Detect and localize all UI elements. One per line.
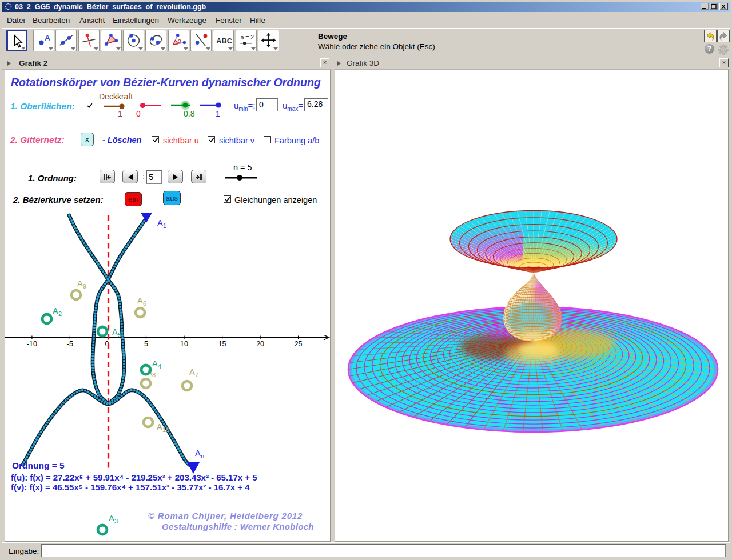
svg-text:20: 20 xyxy=(256,340,264,348)
svg-text:A: A xyxy=(189,367,195,377)
svg-text:A: A xyxy=(45,33,50,42)
svg-text:A: A xyxy=(195,449,201,458)
svg-text:15: 15 xyxy=(218,340,226,348)
svg-text:a = 2: a = 2 xyxy=(241,34,254,41)
svg-text:10: 10 xyxy=(162,426,169,433)
svg-text:A: A xyxy=(137,296,143,305)
svg-text:2: 2 xyxy=(58,310,62,317)
svg-text:3: 3 xyxy=(114,518,118,525)
svg-text:10: 10 xyxy=(180,340,188,348)
svg-text:A: A xyxy=(157,422,162,431)
svg-text:© Roman Chijner, Heidelberg: © Roman Chijner, Heidelberg 2012 xyxy=(148,511,303,521)
svg-text:n: n xyxy=(201,453,204,459)
svg-text:1: 1 xyxy=(163,222,166,229)
svg-text:f(v): f(x) = 46.55x⁵ - 159.76x: f(v): f(x) = 46.55x⁵ - 159.76x⁴ + 157.51… xyxy=(11,482,250,492)
svg-text:A: A xyxy=(109,514,114,523)
svg-text:ABC: ABC xyxy=(216,37,232,45)
svg-text:5: 5 xyxy=(118,331,121,338)
svg-text:4: 4 xyxy=(158,363,161,370)
svg-text:8: 8 xyxy=(152,371,156,378)
svg-text:A: A xyxy=(157,218,163,227)
svg-text:A: A xyxy=(152,359,158,368)
svg-text:5: 5 xyxy=(144,340,148,348)
svg-text:6: 6 xyxy=(143,300,146,307)
svg-text:Gestaltungshilfe : Werner Kno: Gestaltungshilfe : Werner Knobloch xyxy=(162,522,314,531)
svg-text:A: A xyxy=(77,279,83,288)
svg-text:α: α xyxy=(178,38,182,44)
svg-text:25: 25 xyxy=(295,340,303,348)
svg-text:9: 9 xyxy=(83,283,86,290)
svg-text:A: A xyxy=(112,327,118,337)
svg-text:7: 7 xyxy=(195,371,198,378)
svg-text:Ordnung = 5: Ordnung = 5 xyxy=(12,461,65,470)
svg-text:-10: -10 xyxy=(27,340,37,348)
svg-text:-5: -5 xyxy=(67,340,73,348)
svg-text:f(u): f(x) = 27.22x⁵ + 59.91x⁴: f(u): f(x) = 27.22x⁵ + 59.91x⁴ - 219.25x… xyxy=(11,473,257,482)
svg-text:A: A xyxy=(53,306,58,315)
